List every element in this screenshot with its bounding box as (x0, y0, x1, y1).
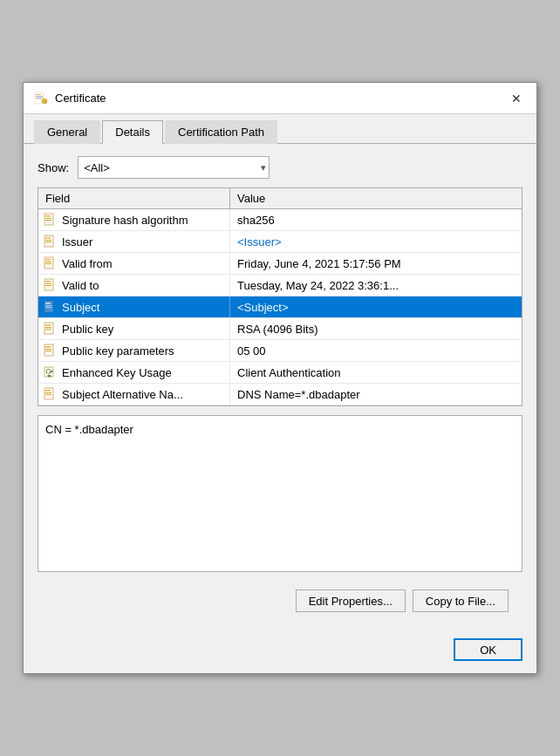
bottom-buttons: Edit Properties... Copy to File... (38, 581, 522, 621)
svg-rect-38 (44, 388, 53, 399)
field-cell: Valid to (38, 275, 230, 296)
svg-rect-20 (45, 283, 51, 284)
svg-rect-3 (36, 98, 43, 99)
svg-rect-23 (45, 303, 51, 304)
svg-rect-13 (45, 242, 51, 242)
tab-details[interactable]: Details (102, 120, 163, 144)
svg-rect-6 (44, 214, 53, 225)
table-row[interactable]: Signature hash algorithm sha256 (38, 209, 522, 231)
svg-rect-22 (44, 301, 53, 312)
svg-rect-19 (45, 281, 51, 283)
value-cell: <Subject> (230, 296, 522, 317)
table-row[interactable]: Subject <Subject> (38, 296, 522, 318)
field-cell: Signature hash algorithm (38, 209, 230, 230)
close-button[interactable]: ✕ (507, 89, 526, 108)
svg-rect-33 (45, 351, 51, 351)
detail-text-box: CN = *.dbadapter (38, 415, 522, 572)
value-cell: 05 00 (230, 340, 522, 361)
svg-rect-11 (45, 237, 51, 239)
svg-rect-16 (45, 262, 51, 262)
field-name: Public key (62, 323, 113, 336)
svg-rect-14 (44, 257, 53, 269)
table-header: Field Value (38, 188, 522, 209)
tab-general[interactable]: General (34, 120, 100, 144)
show-select[interactable]: <All> Version 1 Fields Only Extensions O… (78, 156, 270, 179)
svg-rect-2 (36, 96, 43, 97)
table-row[interactable]: Valid to Tuesday, May 24, 2022 3:36:1... (38, 275, 522, 296)
svg-rect-8 (45, 218, 51, 219)
field-icon (44, 235, 58, 249)
field-icon (44, 322, 58, 336)
value-cell: sha256 (230, 209, 522, 230)
svg-rect-41 (45, 394, 51, 395)
field-icon (44, 256, 58, 270)
svg-rect-27 (45, 324, 51, 326)
field-cell: Valid from (38, 253, 230, 274)
table-row[interactable]: Enhanced Key Usage Client Authentication (38, 362, 522, 384)
table-row[interactable]: Issuer <Issuer> (38, 231, 522, 253)
tabs-container: General Details Certification Path (24, 114, 536, 144)
svg-rect-18 (44, 279, 53, 290)
field-name: Subject (62, 301, 99, 314)
value-cell: <Issuer> (230, 231, 522, 252)
value-cell: Tuesday, May 24, 2022 3:36:1... (230, 275, 522, 296)
svg-rect-30 (44, 344, 53, 356)
field-icon (44, 387, 58, 401)
svg-rect-17 (45, 263, 51, 264)
field-name: Valid from (62, 257, 113, 270)
table-row[interactable]: Public key parameters 05 00 (38, 340, 522, 362)
svg-rect-37 (51, 371, 52, 372)
fields-table: Field Value Signature hash algorithm (38, 187, 522, 406)
column-field: Field (38, 188, 230, 208)
title-bar: ★ Certificate ✕ (24, 83, 536, 114)
field-name: Public key parameters (62, 344, 174, 358)
field-cell: Public key parameters (38, 340, 230, 361)
tab-certification-path[interactable]: Certification Path (165, 120, 277, 144)
detail-content: CN = *.dbadapter (45, 423, 133, 436)
svg-rect-25 (45, 307, 51, 308)
table-row[interactable]: Public key RSA (4096 Bits) (38, 318, 522, 340)
copy-to-file-button[interactable]: Copy to File... (413, 589, 509, 612)
field-cell: Subject (38, 296, 230, 317)
svg-rect-10 (44, 235, 53, 247)
value-cell: RSA (4096 Bits) (230, 318, 522, 339)
value-cell: Friday, June 4, 2021 5:17:56 PM (230, 253, 522, 274)
svg-rect-1 (36, 94, 41, 95)
value-cell: DNS Name=*.dbadapter (230, 384, 522, 405)
svg-rect-9 (45, 220, 51, 221)
title-bar-left: ★ Certificate (34, 92, 106, 106)
ok-button[interactable]: OK (454, 638, 522, 661)
table-row[interactable]: Valid from Friday, June 4, 2021 5:17:56 … (38, 253, 522, 275)
column-value: Value (230, 188, 522, 208)
field-icon (44, 213, 58, 227)
field-name: Subject Alternative Na... (62, 388, 183, 401)
table-row[interactable]: Subject Alternative Na... DNS Name=*.dba… (38, 384, 522, 405)
field-icon (44, 344, 58, 358)
svg-rect-29 (45, 329, 51, 330)
svg-text:★: ★ (44, 99, 47, 104)
tab-content: Show: <All> Version 1 Fields Only Extens… (24, 144, 536, 633)
svg-rect-39 (45, 390, 51, 392)
edit-properties-button[interactable]: Edit Properties... (296, 589, 406, 612)
svg-rect-26 (44, 323, 53, 334)
show-select-wrapper[interactable]: <All> Version 1 Fields Only Extensions O… (78, 156, 270, 179)
show-row: Show: <All> Version 1 Fields Only Extens… (38, 156, 522, 179)
certificate-dialog: ★ Certificate ✕ General Details Certific… (23, 82, 537, 674)
field-cell: Enhanced Key Usage (38, 362, 230, 383)
field-name: Enhanced Key Usage (62, 366, 172, 379)
field-name: Signature hash algorithm (62, 214, 188, 227)
field-icon (44, 300, 58, 314)
ok-row: OK (24, 633, 536, 673)
field-icon (44, 278, 58, 292)
field-cell: Issuer (38, 231, 230, 252)
show-label: Show: (38, 161, 69, 174)
svg-rect-24 (45, 305, 51, 306)
certificate-title-icon: ★ (34, 92, 48, 106)
table-body: Signature hash algorithm sha256 Issuer (38, 209, 522, 405)
svg-rect-32 (45, 349, 51, 350)
value-cell: Client Authentication (230, 362, 522, 383)
field-icon (44, 365, 58, 379)
svg-rect-40 (45, 392, 51, 393)
svg-rect-12 (45, 240, 51, 241)
dialog-title: Certificate (55, 92, 106, 105)
